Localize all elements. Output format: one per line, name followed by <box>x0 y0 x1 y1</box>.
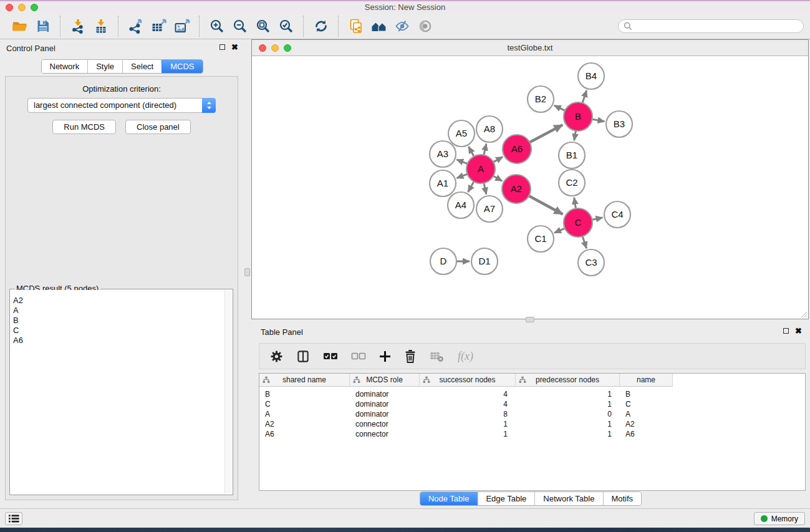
graph-node-D1[interactable]: D1 <box>471 248 498 274</box>
table-row[interactable]: A2connector11A2 <box>259 419 805 429</box>
tab-network[interactable]: Network <box>41 60 87 73</box>
graph-node-A[interactable]: A <box>466 155 495 183</box>
float-panel-icon[interactable] <box>219 44 225 50</box>
graph-node-C[interactable]: C <box>564 208 592 237</box>
graph-node-C2[interactable]: C2 <box>559 170 585 196</box>
graph-edge-B-B2[interactable] <box>554 105 565 110</box>
tab-edge-table[interactable]: Edge Table <box>477 492 534 505</box>
table-cell[interactable]: 1 <box>516 389 620 399</box>
table-cell[interactable]: 1 <box>516 419 620 429</box>
table-row[interactable]: Bdominator41B <box>259 389 805 399</box>
float-panel-icon[interactable] <box>783 328 789 334</box>
maximize-view-button[interactable] <box>284 44 291 52</box>
graph-edge-B-B3[interactable] <box>592 119 605 122</box>
mcds-result-item[interactable]: A <box>11 306 224 316</box>
select-all-button[interactable] <box>323 352 338 360</box>
table-cell[interactable]: 1 <box>420 419 516 429</box>
export-network-button[interactable] <box>124 16 147 36</box>
hide-graphics-details-button[interactable] <box>390 16 413 36</box>
minimize-view-button[interactable] <box>271 44 279 52</box>
table-cell[interactable]: C <box>620 399 673 409</box>
table-cell[interactable]: 1 <box>516 399 620 409</box>
graph-edge-A-A7[interactable] <box>484 183 486 194</box>
graph-node-A3[interactable]: A3 <box>430 141 456 167</box>
close-panel-icon[interactable]: ✖ <box>795 327 802 334</box>
memory-button[interactable]: Memory <box>754 512 805 525</box>
result-scrollbar[interactable] <box>224 290 232 494</box>
graph-node-A7[interactable]: A7 <box>476 196 503 222</box>
tab-motifs[interactable]: Motifs <box>602 492 641 505</box>
tab-node-table[interactable]: Node Table <box>420 492 478 505</box>
graph-node-A2[interactable]: A2 <box>502 175 531 203</box>
graph-edge-A-A8[interactable] <box>484 143 486 155</box>
save-session-button[interactable] <box>31 16 54 36</box>
graph-node-A8[interactable]: A8 <box>476 116 503 142</box>
graph-node-A6[interactable]: A6 <box>503 135 531 163</box>
table-cell[interactable]: 1 <box>420 429 516 439</box>
graph-edge-C-C1[interactable] <box>554 228 565 233</box>
graph-edge-A-A2[interactable] <box>493 176 502 181</box>
table-row[interactable]: A6connector11A6 <box>259 429 805 439</box>
network-canvas[interactable]: AA1A2A3A4A5A6A7A8BB1B2B3B4CC1C2C3C4DD1 <box>252 57 808 319</box>
tab-network-table[interactable]: Network Table <box>534 492 602 505</box>
close-panel-icon[interactable]: ✖ <box>231 44 238 51</box>
delete-column-button[interactable] <box>404 349 417 363</box>
tab-mcds[interactable]: MCDS <box>162 60 202 73</box>
vertical-splitter-handle[interactable] <box>244 268 250 276</box>
tab-style[interactable]: Style <box>87 60 122 73</box>
graph-node-B[interactable]: B <box>564 102 592 131</box>
graph-edge-A-A5[interactable] <box>468 147 474 157</box>
minimize-window-button[interactable] <box>18 4 26 11</box>
graph-edge-A-A4[interactable] <box>468 181 474 192</box>
import-table-button[interactable] <box>89 16 112 36</box>
table-cell[interactable]: A6 <box>620 429 673 439</box>
column-header-predecessor-nodes[interactable]: predecessor nodes <box>516 374 620 387</box>
graph-edge-A-A6[interactable] <box>493 157 503 162</box>
mcds-result-item[interactable]: A6 <box>11 336 224 346</box>
table-cell[interactable]: C <box>259 399 350 409</box>
table-cell[interactable]: A <box>259 409 350 419</box>
column-header-successor-nodes[interactable]: successor nodes <box>420 374 516 387</box>
table-cell[interactable]: 0 <box>516 409 620 419</box>
add-column-button[interactable] <box>379 351 391 362</box>
table-cell[interactable]: 1 <box>516 429 620 439</box>
graph-node-B1[interactable]: B1 <box>559 142 585 168</box>
close-window-button[interactable] <box>6 4 13 11</box>
graph-edge-C-C4[interactable] <box>592 218 603 220</box>
mcds-result-item[interactable]: B <box>11 316 224 326</box>
graph-edge-B-B1[interactable] <box>574 131 576 141</box>
open-session-button[interactable] <box>8 16 31 36</box>
graph-edge-A-A3[interactable] <box>456 160 467 164</box>
network-from-selection-button[interactable] <box>344 16 367 36</box>
graph-node-B3[interactable]: B3 <box>606 111 632 137</box>
graph-edge-C-C2[interactable] <box>574 198 576 209</box>
table-row[interactable]: Adominator80A <box>259 409 805 419</box>
table-row[interactable]: Cdominator41C <box>259 399 805 409</box>
search-box[interactable] <box>618 19 804 33</box>
home-button[interactable] <box>367 16 390 36</box>
close-panel-button[interactable]: Close panel <box>125 120 191 134</box>
search-input[interactable] <box>635 22 798 31</box>
table-cell[interactable]: dominator <box>350 389 420 399</box>
graph-edge-C-C3[interactable] <box>582 236 586 248</box>
graph-node-C4[interactable]: C4 <box>604 201 630 228</box>
table-cell[interactable]: 8 <box>420 409 516 419</box>
table-cell[interactable]: A2 <box>259 419 350 429</box>
run-mcds-button[interactable]: Run MCDS <box>52 120 116 134</box>
graph-node-C3[interactable]: C3 <box>578 249 604 276</box>
close-view-button[interactable] <box>259 44 266 52</box>
table-cell[interactable]: connector <box>350 419 420 429</box>
export-table-button[interactable] <box>147 16 170 36</box>
mcds-result-item[interactable]: C <box>11 326 224 336</box>
graph-edge-A2-C[interactable] <box>529 196 562 215</box>
table-cell[interactable]: connector <box>350 429 420 439</box>
graph-node-D[interactable]: D <box>430 248 456 274</box>
table-cell[interactable]: A2 <box>620 419 673 429</box>
table-settings-button[interactable] <box>270 350 283 363</box>
table-cell[interactable]: A6 <box>259 429 350 439</box>
tab-select[interactable]: Select <box>122 60 162 73</box>
graph-node-A4[interactable]: A4 <box>448 192 474 218</box>
deselect-all-button[interactable] <box>351 352 366 360</box>
criterion-dropdown[interactable]: largest connected component (directed) <box>27 98 216 113</box>
show-columns-button[interactable] <box>296 350 310 363</box>
